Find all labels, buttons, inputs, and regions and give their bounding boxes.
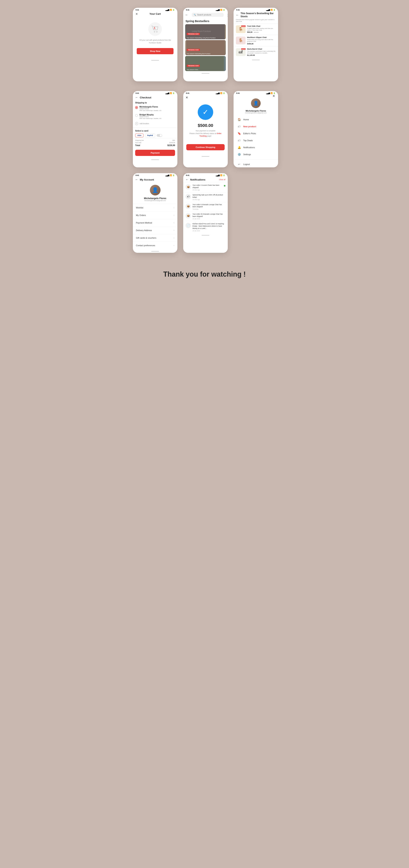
account-screen: 9:41 ▂▄▆ 📶 🔋 ← My Account 👤 Michelangelo…: [133, 173, 178, 253]
empty-col-row3: [233, 173, 278, 253]
notif-icon-5: 📄: [186, 223, 191, 228]
logout-item[interactable]: ↩ Logout: [233, 161, 278, 167]
add-location-btn[interactable]: + Add location: [133, 121, 178, 127]
visa-option[interactable]: VISA: [135, 133, 144, 137]
payment-button[interactable]: Payment: [135, 150, 175, 156]
address-phone-2: 09297375441: [139, 116, 161, 118]
notification-item-4[interactable]: 📦 Your order 20 Alvarado Lounge Chair ha…: [183, 211, 228, 221]
notification-item-2[interactable]: 🏷 Special Big Sale up to 50% Off all pro…: [183, 192, 228, 202]
time-checkout: 9:41: [135, 92, 139, 94]
trending-card-3[interactable]: TRENDING NOW This season's Best...: [185, 56, 226, 71]
menu-close-icon[interactable]: ✕: [273, 94, 275, 98]
product-item-3[interactable]: SALE 🛋 Marta Barrel Chair The oversize r…: [233, 46, 278, 58]
cart-title: Your Cart: [150, 12, 161, 15]
account-header: ← My Account: [133, 177, 178, 183]
product-item-2[interactable]: 🪑 Mashburn Slipper Chair Redecorate your…: [233, 35, 278, 46]
trending-card-2[interactable]: TRENDING NOW This season's Bestselling B…: [185, 40, 226, 55]
address-option-1[interactable]: Michelangelo Flores 09899754432 658 Yost…: [133, 104, 178, 113]
paypal-option[interactable]: PayPal: [145, 133, 155, 137]
address-text-1: Michelangelo Flores 09899754432 658 Yost…: [139, 106, 161, 112]
status-icons-8: ▂▄▆ 📶 🔋: [216, 174, 225, 176]
menu-item-top-deals[interactable]: 🏷 Top Deals: [233, 137, 278, 144]
success-circle: ✓: [198, 104, 213, 120]
status-bar-bestsellers: 9:41 ▂▄▆ 📶 🔋: [183, 8, 228, 11]
deco-row1: [133, 87, 276, 91]
trending-card-1[interactable]: Living Room Furniture TRENDING NOW This …: [185, 24, 226, 39]
notif-content-4: Your order 20 Alvarado Lounge Chair has …: [192, 213, 225, 219]
battery-icon-3: 🔋: [273, 9, 275, 11]
product-desc-2: Redecorate your living room decor with t…: [247, 39, 276, 42]
cart-screen: 9:41 ▂▄▆ 📶 🔋 ✕ Your Cart: [133, 8, 178, 81]
battery-icon-8: 🔋: [223, 174, 225, 176]
menu-label-new-product: New product: [243, 125, 256, 128]
barstools-header: ← This Season's Bestselling Bar Stools: [233, 11, 278, 19]
product-item-1[interactable]: SALE 🪑 Trent Side Chair A stylish spare …: [233, 24, 278, 35]
sale-badge-3: SALE: [241, 48, 246, 50]
back-arrow-notifications[interactable]: ←: [186, 178, 189, 181]
address-addr-1: 658 Yost Island Apt, Seattle, US: [139, 110, 161, 112]
menu-item-settings[interactable]: ⚙️ Settings: [233, 151, 278, 158]
svg-point-0: [154, 31, 155, 32]
notif-icon-3: 📦: [186, 204, 191, 209]
close-icon[interactable]: ✕: [135, 12, 138, 16]
battery-icon-5: 🔋: [223, 92, 225, 94]
account-menu-contact[interactable]: Contact preferences ›: [133, 242, 178, 249]
signal-icon-2: ▂▄▆: [216, 9, 220, 11]
contact-label: Contact preferences: [136, 244, 155, 247]
address-name-1: Michelangelo Flores: [139, 106, 161, 108]
clear-all-btn[interactable]: Clear all: [219, 179, 225, 181]
notification-item-1[interactable]: 📦 Your order 2 Accent Chairs has been sh…: [183, 183, 228, 192]
success-sub-msg: Please check the delivery status at: [189, 132, 216, 134]
account-title: My Account: [140, 178, 154, 181]
radio-active[interactable]: [135, 106, 138, 109]
subtotal-row: Sub total $199,99: [135, 142, 175, 144]
menu-item-home[interactable]: 🏠 Home: [233, 116, 278, 123]
menu-item-notifications[interactable]: 🔔 Notifications: [233, 144, 278, 151]
cart-icon-header[interactable]: 🛒: [227, 13, 228, 17]
wifi-icon-3: 📶: [271, 9, 273, 11]
time-bestsellers: 9:41: [186, 9, 189, 11]
notif-icon-1: 📦: [186, 184, 191, 190]
account-menu-giftcards[interactable]: Gift cards & vouchers ›: [133, 234, 178, 242]
status-bar-cart: 9:41 ▂▄▆ 📶 🔋: [133, 8, 178, 11]
notif-text-1: Your order 2 Accent Chairs has been ship…: [192, 184, 222, 189]
notification-item-3[interactable]: 📦 Your order 6 Alvarado Lounge Chair has…: [183, 202, 228, 212]
success-content: ✓ $500.00 Your payment is complete Pleas…: [183, 100, 228, 154]
back-arrow-success[interactable]: ✕: [186, 96, 188, 99]
search-bar[interactable]: 🔍: [192, 13, 224, 17]
back-arrow-barstools[interactable]: ←: [236, 13, 239, 17]
account-menu-payment[interactable]: Payment Method ›: [133, 219, 178, 226]
product-price-2: $499,99: [247, 43, 276, 45]
trending-caption-3: This season's Best...: [187, 69, 199, 70]
signal-icon-4: ▂▄▆: [165, 92, 169, 94]
back-arrow-bestsellers[interactable]: ←: [185, 13, 188, 17]
search-input[interactable]: [197, 14, 222, 16]
radio-inactive[interactable]: [135, 114, 138, 117]
status-icons-7: ▂▄▆ 📶 🔋: [165, 174, 175, 176]
signal-icon: ▂▄▆: [165, 9, 169, 11]
status-icons-6: ▂▄▆ 📶 🔋: [266, 92, 275, 94]
shipping-title: Shipping to: [133, 100, 178, 104]
account-menu-delivery[interactable]: Delivery Address ›: [133, 226, 178, 234]
notifications-title: Notifications: [190, 178, 206, 181]
empty-cart-container: Fill your cart with great products from …: [133, 17, 178, 58]
notification-item-5[interactable]: 📄 Kitchen Island Pros and Coins/ 10 Insp…: [183, 221, 228, 233]
success-back-row: ✕: [183, 95, 228, 100]
status-bar-notifications: 9:41 ▂▄▆ 📶 🔋: [183, 173, 228, 177]
product-info-2: Mashburn Slipper Chair Redecorate your l…: [247, 36, 276, 44]
toggle-switch[interactable]: [157, 134, 162, 137]
delivery-label: Delivery Address: [136, 229, 152, 231]
address-option-2[interactable]: Bridget Murphy 09297375441 658 Yost Isla…: [133, 113, 178, 121]
notif-time-5: 16 Jan 2019: [192, 230, 225, 231]
back-arrow-account[interactable]: ←: [135, 178, 138, 181]
product-price-row-1: $99,99 $101,00: [247, 31, 276, 33]
logout-icon: ↩: [238, 163, 241, 166]
menu-item-editors-picks[interactable]: 🔖 Editor's Picks: [233, 130, 278, 137]
shop-now-button[interactable]: Shop Now: [137, 48, 174, 54]
account-menu-orders[interactable]: My Orders ›: [133, 211, 178, 219]
menu-item-new-product[interactable]: 🏷 New product: [233, 123, 278, 130]
status-bar-checkout: 9:41 ▂▄▆ 📶 🔋: [133, 91, 178, 95]
continue-shopping-button[interactable]: Continue Shopping: [186, 144, 225, 150]
account-menu-wishlist[interactable]: Wishlist ›: [133, 204, 178, 211]
back-arrow-checkout[interactable]: ←: [135, 96, 138, 99]
